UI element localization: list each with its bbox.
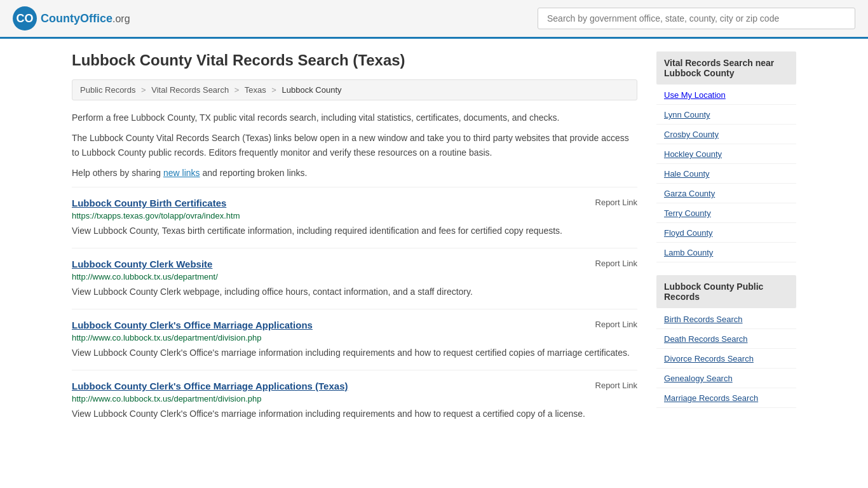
header: CO CountyOffice.org	[0, 0, 868, 39]
result-title-3: Lubbock County Clerk's Office Marriage A…	[72, 381, 348, 391]
sidebar-county-0: Lynn County	[656, 105, 796, 125]
sidebar-county-3: Hale County	[656, 164, 796, 184]
result-url-3: http://www.co.lubbock.tx.us/department/d…	[72, 394, 637, 403]
result-item-2: Lubbock County Clerk's Office Marriage A…	[72, 309, 637, 370]
result-header-2: Lubbock County Clerk's Office Marriage A…	[72, 320, 637, 330]
breadcrumb-sep-2: >	[234, 85, 240, 95]
search-input[interactable]	[538, 8, 855, 29]
result-desc-0: View Lubbock County, Texas birth certifi…	[72, 224, 637, 238]
result-title-0: Lubbock County Birth Certificates	[72, 198, 226, 208]
result-link-0[interactable]: Lubbock County Birth Certificates	[72, 198, 226, 208]
sidebar-county-link-5[interactable]: Terry County	[664, 208, 711, 218]
sidebar-county-link-3[interactable]: Hale County	[664, 169, 710, 179]
result-link-3[interactable]: Lubbock County Clerk's Office Marriage A…	[72, 381, 348, 391]
sidebar-county-link-6[interactable]: Floyd County	[664, 228, 713, 238]
report-link-2[interactable]: Report Link	[595, 320, 637, 329]
intro-section: Perform a free Lubbock County, TX public…	[72, 111, 637, 180]
intro-para3-suffix: and reporting broken links.	[200, 168, 308, 178]
result-item-0: Lubbock County Birth Certificates Report…	[72, 187, 637, 248]
intro-para1: Perform a free Lubbock County, TX public…	[72, 111, 637, 125]
sidebar-county-link-1[interactable]: Crosby County	[664, 130, 719, 139]
result-desc-1: View Lubbock County Clerk webpage, inclu…	[72, 285, 637, 299]
sidebar-county-link-4[interactable]: Garza County	[664, 189, 715, 198]
breadcrumb-sep-1: >	[141, 85, 146, 95]
result-title-1: Lubbock County Clerk Website	[72, 259, 212, 269]
page-title: Lubbock County Vital Records Search (Tex…	[72, 51, 637, 69]
nearby-header: Vital Records Search near Lubbock County	[656, 51, 796, 85]
report-link-1[interactable]: Report Link	[595, 259, 637, 268]
breadcrumb-vital-records[interactable]: Vital Records Search	[151, 85, 229, 95]
breadcrumb-texas[interactable]: Texas	[245, 85, 266, 95]
breadcrumb-sep-3: >	[271, 85, 276, 95]
sidebar-county-link-7[interactable]: Lamb County	[664, 248, 713, 257]
new-links-link[interactable]: new links	[163, 168, 200, 178]
public-records-header: Lubbock County Public Records	[656, 275, 796, 308]
breadcrumb-current: Lubbock County	[282, 85, 342, 95]
sidebar-pr-link-3[interactable]: Genealogy Search	[664, 374, 733, 383]
result-title-2: Lubbock County Clerk's Office Marriage A…	[72, 320, 313, 330]
sidebar-pr-1: Death Records Search	[656, 329, 796, 349]
result-url-1: http://www.co.lubbock.tx.us/department/	[72, 272, 637, 281]
report-link-0[interactable]: Report Link	[595, 198, 637, 207]
sidebar-pr-link-1[interactable]: Death Records Search	[664, 334, 748, 344]
sidebar-pr-4: Marriage Records Search	[656, 388, 796, 408]
result-desc-2: View Lubbock County Clerk's Office's mar…	[72, 346, 637, 360]
result-item-3: Lubbock County Clerk's Office Marriage A…	[72, 370, 637, 431]
sidebar-pr-3: Genealogy Search	[656, 369, 796, 388]
sidebar-pr-0: Birth Records Search	[656, 309, 796, 329]
public-records-section: Lubbock County Public Records Birth Reco…	[656, 275, 796, 408]
result-url-2: http://www.co.lubbock.tx.us/department/d…	[72, 333, 637, 342]
intro-para3-prefix: Help others by sharing	[72, 168, 163, 178]
result-link-1[interactable]: Lubbock County Clerk Website	[72, 259, 212, 269]
sidebar-county-2: Hockley County	[656, 144, 796, 164]
sidebar-county-6: Floyd County	[656, 223, 796, 243]
main-layout: Lubbock County Vital Records Search (Tex…	[53, 39, 815, 444]
logo-icon: CO	[13, 6, 37, 30]
sidebar-pr-link-0[interactable]: Birth Records Search	[664, 315, 743, 324]
breadcrumb-public-records[interactable]: Public Records	[80, 85, 135, 95]
content-area: Lubbock County Vital Records Search (Tex…	[72, 51, 637, 431]
svg-text:CO: CO	[17, 12, 34, 25]
sidebar-pr-2: Divorce Records Search	[656, 349, 796, 369]
result-header-1: Lubbock County Clerk Website Report Link	[72, 259, 637, 269]
result-header-3: Lubbock County Clerk's Office Marriage A…	[72, 381, 637, 391]
sidebar-county-link-2[interactable]: Hockley County	[664, 149, 722, 159]
result-url-0: https://txapps.texas.gov/tolapp/ovra/ind…	[72, 211, 637, 220]
result-item-1: Lubbock County Clerk Website Report Link…	[72, 248, 637, 309]
sidebar-county-5: Terry County	[656, 203, 796, 223]
logo-area: CO CountyOffice.org	[13, 6, 130, 30]
result-header-0: Lubbock County Birth Certificates Report…	[72, 198, 637, 208]
intro-para3: Help others by sharing new links and rep…	[72, 166, 637, 180]
logo-text: CountyOffice.org	[41, 12, 130, 25]
sidebar-county-1: Crosby County	[656, 125, 796, 144]
use-location-item: Use My Location	[656, 86, 796, 105]
result-link-2[interactable]: Lubbock County Clerk's Office Marriage A…	[72, 320, 313, 330]
nearby-section: Vital Records Search near Lubbock County…	[656, 51, 796, 262]
sidebar: Vital Records Search near Lubbock County…	[656, 51, 796, 431]
sidebar-county-4: Garza County	[656, 184, 796, 203]
results-list: Lubbock County Birth Certificates Report…	[72, 187, 637, 431]
use-location-link[interactable]: Use My Location	[664, 90, 726, 100]
sidebar-pr-link-2[interactable]: Divorce Records Search	[664, 354, 754, 363]
intro-para2: The Lubbock County Vital Records Search …	[72, 131, 637, 159]
sidebar-county-link-0[interactable]: Lynn County	[664, 110, 710, 119]
sidebar-county-7: Lamb County	[656, 243, 796, 262]
result-desc-3: View Lubbock County Clerk's Office's mar…	[72, 407, 637, 421]
breadcrumb: Public Records > Vital Records Search > …	[72, 79, 637, 100]
sidebar-pr-link-4[interactable]: Marriage Records Search	[664, 393, 758, 403]
report-link-3[interactable]: Report Link	[595, 381, 637, 390]
